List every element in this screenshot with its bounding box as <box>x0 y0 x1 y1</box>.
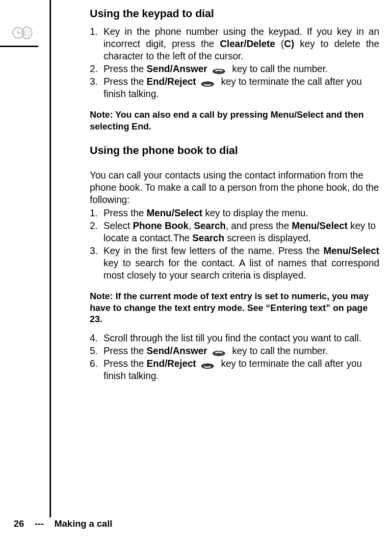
page-footer: 26 --- Making a call <box>14 518 112 529</box>
footer-separator: --- <box>34 518 44 529</box>
steps-phonebook-cont: 4. Scroll through the list till you find… <box>90 332 379 382</box>
vertical-rule <box>50 0 51 517</box>
end-key-icon <box>201 360 214 368</box>
page-content: Using the keypad to dial 1. Key in the p… <box>90 7 379 383</box>
end-key-icon <box>201 78 214 86</box>
list-item: 1. Key in the phone number using the key… <box>104 26 379 62</box>
sidebar-header-icon <box>12 26 33 40</box>
list-item: 2. Press the Send/Answer key to call the… <box>104 63 379 75</box>
svg-point-13 <box>201 363 214 369</box>
heading-keypad-dial: Using the keypad to dial <box>90 7 379 21</box>
heading-phonebook-dial: Using the phone book to dial <box>90 144 379 157</box>
page-number: 26 <box>14 518 24 529</box>
list-item: 5. Press the Send/Answer key to call the… <box>104 345 379 357</box>
list-item: 3. Press the End/Reject key to terminate… <box>104 76 379 100</box>
svg-rect-5 <box>25 30 29 35</box>
send-key-icon <box>212 66 226 73</box>
send-key-icon <box>212 348 226 355</box>
sidebar-tab-rule <box>0 46 38 47</box>
steps-keypad: 1. Key in the phone number using the key… <box>90 26 379 100</box>
section-title: Making a call <box>54 518 112 529</box>
list-item: 1. Press the Menu/Select key to display … <box>104 207 379 219</box>
steps-phonebook: 1. Press the Menu/Select key to display … <box>90 207 379 282</box>
list-item: 6. Press the End/Reject key to terminate… <box>104 358 379 382</box>
note-text-entry: Note: If the current mode of text entry … <box>90 290 379 325</box>
note-end-call: Note: You can also end a call by pressin… <box>90 109 379 132</box>
intro-paragraph: You can call your contacts using the con… <box>90 169 379 206</box>
svg-point-9 <box>201 81 214 87</box>
list-item: 3. Key in the first few letters of the n… <box>104 245 379 282</box>
list-item: 2. Select Phone Book, Search, and press … <box>104 220 379 244</box>
list-item: 4. Scroll through the list till you find… <box>104 332 379 344</box>
